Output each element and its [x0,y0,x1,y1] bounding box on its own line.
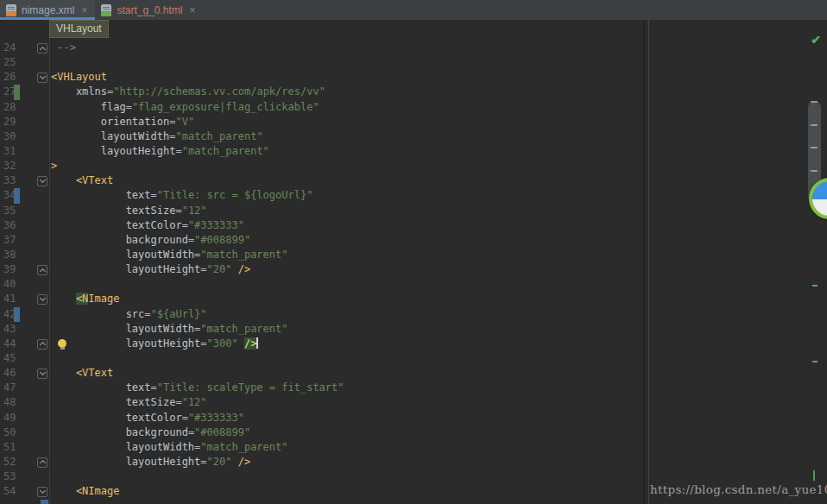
code-token: orientation [101,116,169,128]
code-token: = [151,189,157,201]
code-line[interactable]: 33<VText [0,173,827,188]
code-line[interactable]: 25 [0,55,827,70]
fold-start-icon[interactable] [37,487,47,497]
code-token: "V" [175,116,194,128]
code-token: /> [244,337,256,350]
code-token: = [182,219,188,231]
globe-icon[interactable] [808,175,827,222]
code-token: = [144,308,150,320]
code-token: text [126,381,151,394]
line-number: 48 [3,395,17,410]
line-number: 50 [3,425,17,440]
stripe-mark[interactable] [811,101,818,103]
fold-end-icon[interactable] [37,339,47,350]
line-number: 52 [3,455,17,469]
tag-tooltip: VHLayout [49,20,109,38]
code-token: textColor [126,219,182,231]
code-token: background [126,426,188,438]
html-file-icon [101,4,111,16]
code-line[interactable]: 42src="${aUrl}" [0,307,827,322]
line-number: 37 [3,233,17,248]
code-line[interactable]: 31layoutHeight="match_parent" [0,144,827,159]
code-token: /> [238,263,250,275]
fold-start-icon[interactable] [37,176,47,186]
code-line[interactable]: 35textSize="12" [0,204,827,218]
code-token [231,456,237,468]
code-line[interactable]: 34text="Title: src = ${logoUrl}" [0,188,827,203]
code-line[interactable]: 37background="#008899" [0,233,827,248]
code-line[interactable]: 45 [0,351,827,366]
code-line[interactable]: 46<VText [0,366,827,381]
code-line[interactable]: 51layoutWidth="match_parent" [0,440,827,455]
line-number: 43 [3,322,17,337]
code-line[interactable]: 47text="Title: scaleType = fit_start" [0,381,827,395]
code-line[interactable]: 38layoutWidth="match_parent" [0,248,827,262]
line-number: 26 [3,70,17,85]
fold-start-icon[interactable] [37,294,47,305]
code-line[interactable]: 26<VHLayout [0,70,827,85]
tab-start-g-0-html[interactable]: start_g_0.html × [95,0,203,20]
code-token: text [126,189,151,201]
code-area[interactable]: 24-->2526<VHLayout27xmlns="http://schema… [0,41,827,499]
code-token: = [200,263,206,275]
fold-end-icon[interactable] [37,457,47,468]
line-number: 38 [3,248,17,262]
code-line[interactable]: 29orientation="V" [0,115,827,129]
code-line[interactable]: 30layoutWidth="match_parent" [0,129,827,144]
code-editor[interactable]: 24-->2526<VHLayout27xmlns="http://schema… [0,20,827,504]
code-token: textSize [126,396,176,408]
inspections-ok-icon[interactable]: ✔ [808,33,824,47]
code-token: layoutHeight [126,263,201,275]
code-token: = [175,145,181,157]
code-line[interactable]: 32> [0,159,827,173]
code-line[interactable]: 52layoutHeight="20" /> [0,455,827,469]
code-token: = [175,205,181,217]
stripe-mark[interactable] [813,470,815,481]
line-number: 45 [3,351,17,366]
stripe-mark[interactable] [811,170,818,172]
modified-line-bar [14,188,20,203]
stripe-mark[interactable] [811,147,818,148]
code-line[interactable]: 40 [0,277,827,292]
code-line[interactable]: 49textColor="#333333" [0,411,827,425]
code-token: textColor [126,412,182,424]
code-token: = [200,456,206,468]
fold-end-icon[interactable] [37,265,47,275]
code-token: <N [76,293,88,305]
code-token: src [126,308,145,320]
code-token: <VHLayout [51,71,107,83]
line-number: 31 [3,144,17,159]
fold-end-icon[interactable] [37,43,47,54]
code-token: "Title: scaleType = fit_start" [157,381,344,394]
code-line[interactable]: 36textColor="#333333" [0,218,827,233]
code-line[interactable]: 24--> [0,41,827,55]
code-line[interactable]: 28flag="flag_exposure|flag_clickable" [0,100,827,115]
code-line[interactable]: 48textSize="12" [0,395,827,410]
code-line[interactable]: 39layoutHeight="20" /> [0,262,827,277]
fold-start-icon[interactable] [37,369,47,379]
code-token: layoutHeight [126,456,201,468]
line-number: 24 [3,41,17,55]
tab-nimage-xml[interactable]: nimage.xml × [0,0,95,20]
stripe-mark[interactable] [812,361,818,362]
line-number: 30 [3,129,17,144]
close-icon[interactable]: × [81,6,87,15]
code-token: <VText [76,174,113,186]
line-number: 29 [3,115,17,129]
code-line[interactable]: 50background="#008899" [0,425,827,440]
code-line[interactable]: 27xmlns="http://schemas.vv.com/apk/res/v… [0,85,827,99]
code-line[interactable]: 43layoutWidth="match_parent" [0,322,827,337]
code-token: "#008899" [194,426,250,438]
code-line[interactable]: 44layoutHeight="300" /> [0,337,827,351]
code-token: xmlns [76,85,107,98]
code-token: "12" [182,205,207,217]
line-number: 41 [3,292,17,306]
fold-start-icon[interactable] [37,72,47,83]
code-token: "match_parent" [182,145,269,157]
code-line[interactable]: 41<NImage [0,292,827,306]
code-token: layoutHeight [126,337,201,350]
code-token: "match_parent" [200,249,287,261]
stripe-mark[interactable] [812,285,818,287]
close-icon[interactable]: × [189,6,195,15]
stripe-mark[interactable] [811,124,818,126]
